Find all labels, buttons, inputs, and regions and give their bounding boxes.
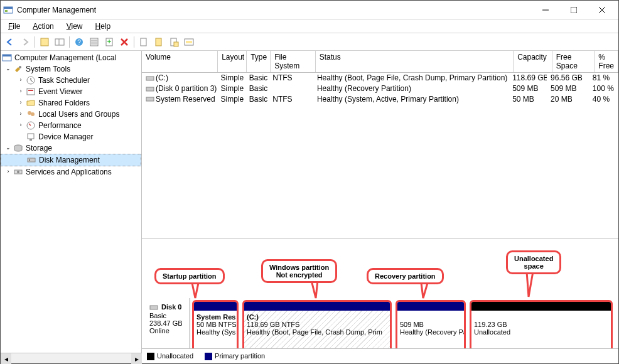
svg-rect-2 [5, 10, 8, 12]
toolbar-separator [134, 36, 134, 48]
app-icon [3, 5, 13, 15]
disk-label[interactable]: Disk 0 Basic 238.47 GB Online [146, 298, 190, 348]
chevron-down-icon[interactable]: ⌄ [4, 65, 12, 72]
main-area: Computer Management (Local ⌄ System Tool… [1, 51, 618, 363]
scroll-left-arrow[interactable]: ◂ [1, 353, 11, 364]
menu-view[interactable]: View [62, 21, 88, 32]
view-icon[interactable] [53, 35, 67, 49]
delete-icon[interactable] [117, 35, 131, 49]
col-type[interactable]: Type [247, 51, 271, 72]
svg-rect-24 [3, 55, 11, 56]
tree-local-users[interactable]: › Local Users and Groups [1, 109, 141, 120]
col-volume[interactable]: Volume [142, 51, 218, 72]
svg-rect-17 [141, 38, 146, 46]
legend-item: Unallocated [147, 352, 193, 360]
tree-disk-management[interactable]: Disk Management [1, 154, 141, 166]
content-panel: Volume Layout Type File System Status Ca… [142, 51, 618, 363]
chevron-down-icon[interactable]: ⌄ [4, 144, 12, 151]
menu-help[interactable]: Help [90, 21, 116, 32]
col-pctfree[interactable]: % Free [595, 51, 618, 72]
column-headers: Volume Layout Type File System Status Ca… [142, 51, 618, 73]
tree-label: Shared Folders [38, 99, 90, 107]
callout-tail [524, 272, 536, 299]
partition-recovery[interactable]: 509 MB Healthy (Recovery Pa [396, 300, 466, 348]
scroll-right-arrow[interactable]: ▸ [131, 353, 142, 364]
svg-rect-39 [146, 77, 154, 80]
minimize-button[interactable] [531, 1, 559, 19]
tree-shared-folders[interactable]: › Shared Folders [1, 97, 141, 109]
callout-tail [418, 283, 431, 301]
window-controls [531, 1, 616, 19]
col-filesystem[interactable]: File System [271, 51, 316, 72]
chevron-right-icon[interactable]: › [17, 121, 24, 129]
folder-share-icon [26, 98, 36, 108]
tree-event-viewer[interactable]: › Event Viewer [1, 86, 141, 97]
file1-icon[interactable] [137, 35, 151, 49]
disk-name: Disk 0 [161, 303, 181, 311]
partition-c[interactable]: (C:) 118.69 GB NTFS Healthy (Boot, Page … [242, 300, 392, 348]
new-icon[interactable] [102, 35, 116, 49]
col-freespace[interactable]: Free Space [552, 51, 595, 72]
callout-recovery: Recovery partition [367, 268, 444, 284]
close-button[interactable] [588, 1, 616, 19]
properties-icon[interactable] [38, 35, 51, 49]
partition-system-reserved[interactable]: System Res 50 MB NTFS Healthy (Sys [192, 300, 239, 348]
file3-icon[interactable] [167, 35, 181, 49]
tree-root[interactable]: Computer Management (Local [1, 52, 141, 63]
menu-file[interactable]: File [3, 21, 25, 32]
toolbar-separator [69, 36, 70, 48]
chevron-right-icon[interactable]: › [17, 87, 24, 95]
partition-unallocated[interactable]: 119.23 GB Unallocated [470, 300, 613, 348]
partition-header-bar [244, 302, 390, 311]
partition-body: 509 MB Healthy (Recovery Pa [397, 311, 464, 348]
tree-storage[interactable]: ⌄ Storage [1, 142, 141, 154]
svg-point-30 [31, 112, 35, 116]
chevron-right-icon[interactable]: › [4, 168, 12, 175]
volume-row[interactable]: System Reserved Simple Basic NTFS Health… [142, 94, 618, 105]
menu-action[interactable]: Action [28, 21, 58, 32]
device-icon [26, 132, 36, 142]
svg-rect-28 [28, 90, 33, 91]
col-layout[interactable]: Layout [218, 51, 247, 72]
col-capacity[interactable]: Capacity [514, 51, 552, 72]
svg-rect-18 [156, 38, 161, 46]
svg-rect-1 [4, 7, 13, 9]
col-status[interactable]: Status [316, 51, 514, 72]
file4-icon[interactable] [182, 35, 196, 49]
legend-swatch-black [147, 353, 154, 360]
tree-label: Task Scheduler [38, 76, 90, 85]
disk-size: 238.47 GB [149, 319, 183, 327]
tree-label: Storage [26, 144, 52, 153]
app-window: Computer Management File Action View Hel… [0, 0, 619, 364]
vol-name: (C:) [142, 73, 217, 83]
maximize-button[interactable] [559, 1, 588, 19]
volume-row[interactable]: (Disk 0 partition 3) Simple Basic Health… [142, 83, 618, 94]
back-button[interactable] [3, 35, 17, 49]
navigation-tree[interactable]: Computer Management (Local ⌄ System Tool… [1, 51, 142, 363]
tree-task-scheduler[interactable]: › Task Scheduler [1, 75, 141, 86]
callout-startup: Startup partition [154, 268, 225, 284]
svg-rect-27 [27, 88, 35, 95]
chevron-right-icon[interactable]: › [17, 99, 24, 106]
forward-button[interactable] [18, 35, 32, 49]
help-icon[interactable]: ? [72, 35, 86, 49]
horizontal-scrollbar[interactable]: ◂ ▸ [1, 353, 142, 363]
svg-rect-40 [146, 87, 154, 91]
tree-device-manager[interactable]: Device Manager [1, 131, 141, 142]
tree-services-apps[interactable]: › Services and Applications [1, 166, 141, 178]
tree-performance[interactable]: › Performance [1, 120, 141, 131]
volume-list[interactable]: Volume Layout Type File System Status Ca… [142, 51, 618, 239]
tree-system-tools[interactable]: ⌄ System Tools [1, 63, 141, 75]
svg-point-38 [17, 171, 19, 173]
file2-icon[interactable] [152, 35, 166, 49]
toolbar-separator [35, 36, 35, 48]
volume-row[interactable]: (C:) Simple Basic NTFS Healthy (Boot, Pa… [142, 73, 618, 83]
callout-tail [189, 283, 202, 301]
performance-icon [26, 120, 36, 131]
svg-rect-42 [150, 306, 158, 309]
list-icon[interactable] [87, 35, 101, 49]
tree-label: Performance [38, 121, 82, 130]
chevron-right-icon[interactable]: › [17, 110, 24, 117]
chevron-right-icon[interactable]: › [17, 76, 24, 83]
svg-rect-7 [41, 38, 48, 46]
